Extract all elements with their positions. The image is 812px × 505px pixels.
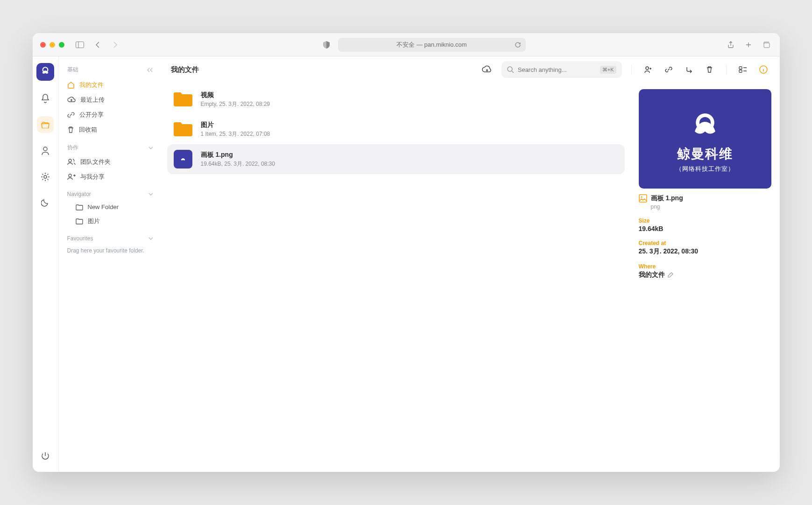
nav-team-folders[interactable]: 团队文件夹: [64, 154, 157, 169]
file-name: 图片: [201, 121, 270, 129]
new-tab-icon[interactable]: [742, 39, 755, 51]
collapse-sidebar-icon[interactable]: [147, 67, 153, 73]
icon-rail: [33, 56, 59, 472]
nav-label: 团队文件夹: [80, 158, 111, 166]
page-title: 我的文件: [171, 65, 199, 74]
chevron-down-icon[interactable]: [148, 147, 153, 149]
file-row-image[interactable]: 画板 1.png 19.64kB, 25. 3月. 2022, 08:30: [167, 144, 625, 174]
preview-subtitle: （网络科技工作室）: [676, 165, 734, 173]
svg-point-6: [69, 159, 71, 162]
file-meta: 19.64kB, 25. 3月. 2022, 08:30: [201, 160, 275, 168]
svg-rect-10: [739, 67, 742, 69]
svg-point-8: [508, 67, 512, 71]
svg-point-9: [646, 67, 649, 70]
details-panel: 鲸曼科维 （网络科技工作室） 画板 1.png png Size 19.64kB…: [630, 83, 780, 472]
move-icon[interactable]: [682, 63, 696, 77]
delete-icon[interactable]: [703, 63, 717, 77]
maximize-window[interactable]: [59, 42, 64, 48]
nav-label: 最近上传: [80, 96, 105, 104]
app-logo[interactable]: [36, 63, 54, 81]
file-preview[interactable]: 鲸曼科维 （网络科技工作室）: [639, 89, 771, 189]
reload-icon[interactable]: [515, 42, 521, 48]
address-bar[interactable]: 不安全 — pan.miknio.com: [338, 38, 526, 52]
info-panel-icon[interactable]: [756, 63, 770, 77]
search-box[interactable]: ⌘+K: [501, 61, 622, 78]
nav-recent[interactable]: 最近上传: [64, 92, 157, 107]
edit-location-icon[interactable]: [668, 272, 673, 278]
copy-link-icon[interactable]: [662, 63, 676, 77]
theme-rail-icon[interactable]: [37, 195, 54, 211]
add-user-icon[interactable]: [641, 63, 655, 77]
where-value: 我的文件: [639, 271, 665, 279]
settings-rail-icon[interactable]: [37, 168, 54, 185]
file-row-folder[interactable]: 图片 1 Item, 25. 3月. 2022, 07:08: [167, 114, 625, 144]
search-input[interactable]: [518, 66, 596, 73]
nav-section-basic: 基础: [64, 64, 157, 77]
nav-label: 我的文件: [79, 81, 104, 89]
folder-icon: [76, 204, 83, 210]
file-meta: 1 Item, 25. 3月. 2022, 07:08: [201, 130, 270, 138]
content-area: 我的文件 ⌘+K: [162, 56, 780, 472]
nav-section-favourites: Favourites: [64, 229, 157, 245]
file-meta: Empty, 25. 3月. 2022, 08:29: [201, 100, 270, 108]
preview-title: 鲸曼科维: [677, 145, 733, 163]
nav-shared-with-me[interactable]: 与我分享: [64, 169, 157, 184]
chevron-down-icon[interactable]: [148, 193, 153, 196]
nav-label: 与我分享: [80, 173, 105, 181]
cloud-up-icon: [67, 97, 76, 103]
svg-point-5: [44, 175, 47, 178]
nav-section-collab: 协作: [64, 137, 157, 154]
tree-item-new-folder[interactable]: New Folder: [72, 200, 157, 214]
privacy-icon[interactable]: [320, 39, 332, 51]
favourites-hint: Drag here your favourite folder.: [64, 245, 157, 257]
nav-my-files[interactable]: 我的文件: [64, 77, 157, 92]
file-list: 视频 Empty, 25. 3月. 2022, 08:29 图片 1 Item,…: [162, 83, 630, 472]
url-text: 不安全 — pan.miknio.com: [396, 41, 466, 49]
file-name: 画板 1.png: [201, 151, 275, 159]
window-controls: [40, 42, 64, 48]
user-rail-icon[interactable]: [37, 142, 54, 159]
file-name: 视频: [201, 91, 270, 99]
nav-section-label: Navigator: [67, 191, 91, 197]
sidebar-toggle-icon[interactable]: [74, 39, 86, 51]
user-share-icon: [67, 174, 76, 180]
back-button[interactable]: [92, 39, 104, 51]
image-thumbnail: [173, 149, 193, 169]
nav-label: 公开分享: [79, 111, 104, 119]
created-label: Created at: [639, 240, 771, 246]
tabs-icon[interactable]: [760, 39, 772, 51]
nav-label: 图片: [88, 217, 100, 225]
minimize-window[interactable]: [49, 42, 55, 48]
cloud-sync-icon[interactable]: [479, 62, 495, 77]
chevron-down-icon[interactable]: [148, 237, 153, 240]
size-label: Size: [639, 217, 771, 224]
svg-point-7: [69, 174, 71, 177]
power-rail-icon[interactable]: [37, 448, 54, 464]
files-rail-icon[interactable]: [37, 116, 54, 133]
file-row-folder[interactable]: 视频 Empty, 25. 3月. 2022, 08:29: [167, 84, 625, 114]
nav-section-label: 协作: [67, 144, 78, 152]
nav-sidebar: 基础 我的文件 最近上传 公开分享 回收箱 协: [59, 56, 162, 472]
nav-section-label: 基础: [67, 66, 78, 74]
nav-trash[interactable]: 回收箱: [64, 122, 157, 137]
folder-icon: [173, 119, 193, 140]
details-filetype: png: [651, 203, 771, 210]
image-icon: [639, 194, 647, 203]
svg-point-4: [43, 147, 47, 151]
view-toggle-icon[interactable]: [736, 63, 750, 77]
home-icon: [67, 81, 75, 89]
trash-icon: [67, 126, 74, 133]
nav-label: 回收箱: [79, 126, 97, 134]
link-icon: [67, 111, 75, 119]
nav-shared[interactable]: 公开分享: [64, 107, 157, 122]
share-icon[interactable]: [725, 39, 737, 51]
search-icon: [507, 66, 514, 73]
tree-item-pictures[interactable]: 图片: [72, 214, 157, 229]
svg-rect-13: [639, 195, 647, 202]
where-label: Where: [639, 263, 771, 270]
forward-button[interactable]: [109, 39, 121, 51]
notifications-icon[interactable]: [37, 90, 54, 107]
close-window[interactable]: [40, 42, 46, 48]
folder-icon: [76, 218, 83, 224]
nav-section-navigator: Navigator: [64, 184, 157, 200]
